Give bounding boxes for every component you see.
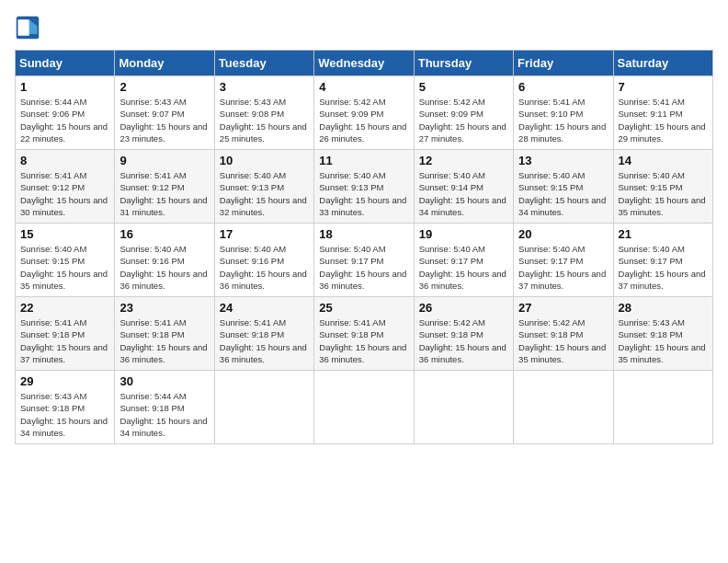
- day-number: 19: [419, 227, 508, 241]
- day-info: Sunrise: 5:40 AM Sunset: 9:15 PM Dayligh…: [20, 243, 109, 292]
- day-info: Sunrise: 5:42 AM Sunset: 9:09 PM Dayligh…: [419, 96, 508, 144]
- calendar-week-row: 15 Sunrise: 5:40 AM Sunset: 9:15 PM Dayl…: [16, 224, 713, 297]
- day-info: Sunrise: 5:41 AM Sunset: 9:18 PM Dayligh…: [220, 316, 309, 365]
- day-info: Sunrise: 5:43 AM Sunset: 9:18 PM Dayligh…: [20, 390, 109, 439]
- day-number: 3: [220, 80, 309, 94]
- calendar-cell: 24 Sunrise: 5:41 AM Sunset: 9:18 PM Dayl…: [214, 297, 313, 371]
- calendar-cell: 26 Sunrise: 5:42 AM Sunset: 9:18 PM Dayl…: [414, 297, 513, 371]
- calendar-cell: 22 Sunrise: 5:41 AM Sunset: 9:18 PM Dayl…: [16, 297, 115, 371]
- day-number: 28: [619, 301, 708, 315]
- calendar-cell: 17 Sunrise: 5:40 AM Sunset: 9:16 PM Dayl…: [214, 224, 313, 297]
- calendar-body: 1 Sunrise: 5:44 AM Sunset: 9:06 PM Dayli…: [16, 76, 713, 444]
- day-number: 7: [619, 80, 708, 94]
- calendar-cell: 30 Sunrise: 5:44 AM Sunset: 9:18 PM Dayl…: [115, 371, 214, 444]
- calendar-cell: 14 Sunrise: 5:40 AM Sunset: 9:15 PM Dayl…: [613, 150, 712, 224]
- calendar-cell: 10 Sunrise: 5:40 AM Sunset: 9:13 PM Dayl…: [214, 150, 313, 224]
- logo: [15, 15, 44, 40]
- day-number: 27: [518, 301, 608, 315]
- calendar-week-row: 8 Sunrise: 5:41 AM Sunset: 9:12 PM Dayli…: [16, 150, 713, 224]
- day-number: 9: [119, 154, 209, 167]
- calendar-cell: [414, 371, 513, 444]
- day-info: Sunrise: 5:41 AM Sunset: 9:11 PM Dayligh…: [619, 96, 708, 144]
- calendar-cell: 6 Sunrise: 5:41 AM Sunset: 9:10 PM Dayli…: [514, 76, 613, 150]
- page-header: [15, 15, 713, 40]
- day-info: Sunrise: 5:41 AM Sunset: 9:10 PM Dayligh…: [518, 96, 608, 144]
- day-number: 8: [20, 154, 109, 167]
- calendar-cell: 12 Sunrise: 5:40 AM Sunset: 9:14 PM Dayl…: [414, 150, 513, 224]
- calendar-cell: [214, 371, 313, 444]
- calendar-cell: 23 Sunrise: 5:41 AM Sunset: 9:18 PM Dayl…: [115, 297, 214, 371]
- calendar-cell: 29 Sunrise: 5:43 AM Sunset: 9:18 PM Dayl…: [16, 371, 115, 444]
- day-number: 6: [518, 80, 608, 94]
- weekday-header: Thursday: [414, 51, 513, 76]
- day-number: 20: [518, 227, 608, 241]
- day-info: Sunrise: 5:42 AM Sunset: 9:09 PM Dayligh…: [319, 96, 408, 144]
- day-number: 16: [119, 227, 209, 241]
- day-number: 26: [419, 301, 508, 315]
- calendar-cell: 1 Sunrise: 5:44 AM Sunset: 9:06 PM Dayli…: [16, 76, 115, 150]
- day-info: Sunrise: 5:44 AM Sunset: 9:06 PM Dayligh…: [20, 96, 109, 144]
- day-number: 23: [119, 301, 209, 315]
- day-info: Sunrise: 5:40 AM Sunset: 9:17 PM Dayligh…: [419, 243, 508, 292]
- day-info: Sunrise: 5:43 AM Sunset: 9:07 PM Dayligh…: [119, 96, 209, 144]
- calendar-cell: 28 Sunrise: 5:43 AM Sunset: 9:18 PM Dayl…: [613, 297, 712, 371]
- day-info: Sunrise: 5:41 AM Sunset: 9:18 PM Dayligh…: [20, 316, 109, 365]
- day-info: Sunrise: 5:42 AM Sunset: 9:18 PM Dayligh…: [518, 316, 608, 365]
- day-number: 14: [619, 154, 708, 167]
- day-number: 4: [319, 80, 408, 94]
- calendar-cell: 9 Sunrise: 5:41 AM Sunset: 9:12 PM Dayli…: [115, 150, 214, 224]
- day-number: 1: [20, 80, 109, 94]
- calendar-table: SundayMondayTuesdayWednesdayThursdayFrid…: [15, 50, 713, 444]
- day-number: 22: [20, 301, 109, 315]
- calendar-cell: 3 Sunrise: 5:43 AM Sunset: 9:08 PM Dayli…: [214, 76, 313, 150]
- day-number: 11: [319, 154, 408, 167]
- day-number: 18: [319, 227, 408, 241]
- calendar-cell: 16 Sunrise: 5:40 AM Sunset: 9:16 PM Dayl…: [115, 224, 214, 297]
- day-number: 21: [619, 227, 708, 241]
- calendar-cell: 2 Sunrise: 5:43 AM Sunset: 9:07 PM Dayli…: [115, 76, 214, 150]
- day-info: Sunrise: 5:43 AM Sunset: 9:18 PM Dayligh…: [619, 316, 708, 365]
- day-number: 2: [119, 80, 209, 94]
- calendar-header-row: SundayMondayTuesdayWednesdayThursdayFrid…: [16, 51, 713, 76]
- day-info: Sunrise: 5:41 AM Sunset: 9:12 PM Dayligh…: [119, 169, 209, 218]
- calendar-week-row: 29 Sunrise: 5:43 AM Sunset: 9:18 PM Dayl…: [16, 371, 713, 444]
- calendar-cell: [613, 371, 712, 444]
- day-number: 10: [220, 154, 309, 167]
- calendar-cell: 25 Sunrise: 5:41 AM Sunset: 9:18 PM Dayl…: [314, 297, 414, 371]
- calendar-cell: 19 Sunrise: 5:40 AM Sunset: 9:17 PM Dayl…: [414, 224, 513, 297]
- calendar-cell: 8 Sunrise: 5:41 AM Sunset: 9:12 PM Dayli…: [16, 150, 115, 224]
- calendar-cell: 4 Sunrise: 5:42 AM Sunset: 9:09 PM Dayli…: [314, 76, 414, 150]
- day-info: Sunrise: 5:41 AM Sunset: 9:12 PM Dayligh…: [20, 169, 109, 218]
- day-info: Sunrise: 5:41 AM Sunset: 9:18 PM Dayligh…: [319, 316, 408, 365]
- weekday-header: Tuesday: [214, 51, 313, 76]
- day-info: Sunrise: 5:40 AM Sunset: 9:17 PM Dayligh…: [518, 243, 608, 292]
- day-number: 5: [419, 80, 508, 94]
- day-info: Sunrise: 5:44 AM Sunset: 9:18 PM Dayligh…: [119, 390, 209, 439]
- weekday-header: Wednesday: [314, 51, 414, 76]
- day-info: Sunrise: 5:40 AM Sunset: 9:15 PM Dayligh…: [518, 169, 608, 218]
- calendar-week-row: 22 Sunrise: 5:41 AM Sunset: 9:18 PM Dayl…: [16, 297, 713, 371]
- day-info: Sunrise: 5:40 AM Sunset: 9:17 PM Dayligh…: [619, 243, 708, 292]
- day-info: Sunrise: 5:40 AM Sunset: 9:16 PM Dayligh…: [220, 243, 309, 292]
- calendar-cell: 5 Sunrise: 5:42 AM Sunset: 9:09 PM Dayli…: [414, 76, 513, 150]
- weekday-header: Friday: [514, 51, 613, 76]
- calendar-cell: 21 Sunrise: 5:40 AM Sunset: 9:17 PM Dayl…: [613, 224, 712, 297]
- day-number: 12: [419, 154, 508, 167]
- day-number: 29: [20, 374, 109, 388]
- day-info: Sunrise: 5:40 AM Sunset: 9:16 PM Dayligh…: [119, 243, 209, 292]
- calendar-cell: [514, 371, 613, 444]
- day-info: Sunrise: 5:42 AM Sunset: 9:18 PM Dayligh…: [419, 316, 508, 365]
- day-info: Sunrise: 5:40 AM Sunset: 9:15 PM Dayligh…: [619, 169, 708, 218]
- weekday-header: Monday: [115, 51, 214, 76]
- day-info: Sunrise: 5:40 AM Sunset: 9:13 PM Dayligh…: [220, 169, 309, 218]
- day-number: 25: [319, 301, 408, 315]
- calendar-cell: 27 Sunrise: 5:42 AM Sunset: 9:18 PM Dayl…: [514, 297, 613, 371]
- day-info: Sunrise: 5:40 AM Sunset: 9:17 PM Dayligh…: [319, 243, 408, 292]
- day-number: 17: [220, 227, 309, 241]
- day-info: Sunrise: 5:41 AM Sunset: 9:18 PM Dayligh…: [119, 316, 209, 365]
- day-info: Sunrise: 5:40 AM Sunset: 9:13 PM Dayligh…: [319, 169, 408, 218]
- logo-icon: [15, 15, 40, 40]
- day-number: 24: [220, 301, 309, 315]
- day-number: 15: [20, 227, 109, 241]
- day-number: 30: [119, 374, 209, 388]
